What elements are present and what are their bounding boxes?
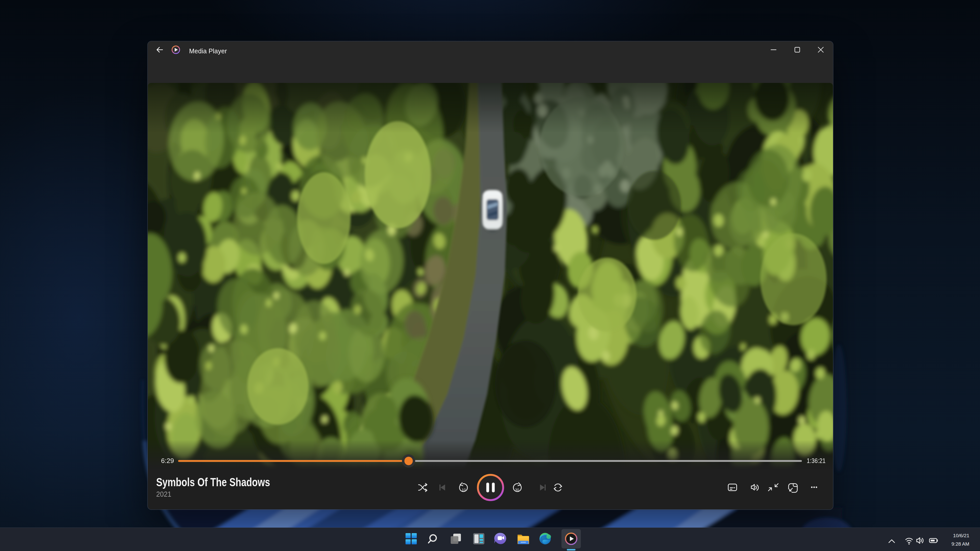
svg-text:10: 10: [462, 488, 466, 492]
svg-text:30: 30: [515, 488, 519, 492]
